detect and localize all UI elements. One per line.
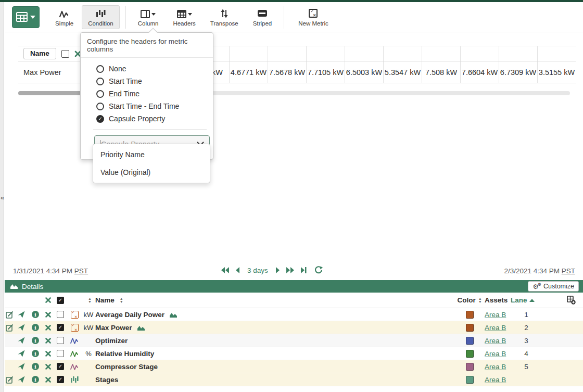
assets-column-label[interactable]: Assets	[485, 296, 508, 304]
info-icon[interactable]	[32, 350, 39, 357]
info-icon[interactable]	[32, 337, 39, 344]
rocket-icon[interactable]	[18, 324, 25, 331]
toolbar-column-button[interactable]: Column	[132, 5, 165, 29]
radio-icon[interactable]	[96, 90, 104, 98]
table-headers-icon	[177, 10, 186, 18]
remove-icon[interactable]	[45, 364, 51, 370]
timezone-link[interactable]: PST	[562, 267, 575, 275]
timezone-link[interactable]: PST	[74, 267, 88, 275]
metric-value-cell: 7.6604 kW	[460, 61, 499, 83]
collapse-panel-button[interactable]: «	[0, 194, 5, 201]
radio-icon[interactable]	[96, 103, 104, 110]
menu-item-priority-name[interactable]: Priority Name	[93, 146, 210, 163]
asset-link[interactable]: Area B	[485, 311, 506, 319]
select-all-checkbox[interactable]	[57, 297, 64, 304]
edit-icon[interactable]	[6, 376, 14, 384]
color-column-label[interactable]: Color	[457, 296, 475, 304]
lane-number: 2	[511, 324, 542, 332]
rocket-icon[interactable]	[18, 311, 25, 318]
color-swatch[interactable]	[466, 363, 474, 371]
toolbar-headers-label: Headers	[173, 20, 195, 27]
radio-option-start-time[interactable]: Start Time	[96, 75, 207, 87]
rocket-icon[interactable]	[18, 376, 25, 383]
sort-icon[interactable]	[120, 297, 123, 304]
lane-number: 4	[511, 350, 542, 358]
condition-icon	[70, 376, 79, 383]
color-swatch[interactable]	[466, 324, 474, 332]
table-grid-icon	[16, 12, 28, 22]
step-forward-much-icon[interactable]	[286, 267, 295, 274]
radio-icon[interactable]	[96, 78, 104, 85]
sort-icon[interactable]	[478, 297, 482, 304]
asset-link[interactable]: Area B	[485, 324, 506, 332]
toolbar-simple-button[interactable]: Simple	[49, 5, 80, 29]
customize-button[interactable]: Customize	[528, 281, 579, 292]
table-view-dropdown-button[interactable]	[12, 6, 40, 28]
info-icon[interactable]	[32, 324, 39, 331]
metric-column-header	[460, 46, 499, 61]
step-back-icon[interactable]	[235, 267, 240, 274]
radio-icon[interactable]	[96, 65, 104, 73]
asset-link[interactable]: Area B	[485, 363, 506, 371]
row-checkbox[interactable]	[57, 311, 64, 318]
lane-column-label[interactable]: Lane	[511, 296, 527, 304]
radio-option-capsule-property[interactable]: Capsule Property	[96, 112, 207, 125]
edit-icon[interactable]	[6, 324, 14, 332]
step-forward-icon[interactable]	[275, 267, 280, 274]
row-checkbox[interactable]	[57, 324, 64, 331]
menu-item-value-original[interactable]: Value (Original)	[93, 163, 210, 181]
chevron-down-icon	[30, 16, 35, 19]
name-column-label[interactable]: Name	[95, 296, 115, 304]
radio-option-end-time[interactable]: End Time	[96, 87, 207, 100]
color-swatch[interactable]	[466, 376, 474, 384]
asset-link[interactable]: Area B	[485, 376, 506, 384]
toolbar-column-label: Column	[138, 20, 159, 27]
info-icon[interactable]	[32, 363, 39, 370]
name-column-checkbox[interactable]	[61, 50, 69, 58]
toolbar-transpose-button[interactable]: Transpose	[204, 5, 245, 29]
add-column-icon[interactable]	[567, 296, 576, 305]
info-icon[interactable]	[32, 376, 39, 383]
toolbar-striped-button[interactable]: Striped	[247, 5, 278, 29]
detail-row-relative-humidity: % Relative Humidity Area B 4	[5, 347, 583, 360]
row-checkbox[interactable]	[57, 350, 64, 357]
remove-icon[interactable]	[45, 312, 51, 318]
remove-all-icon[interactable]	[45, 297, 51, 303]
asset-link[interactable]: Area B	[485, 350, 506, 358]
chevron-down-icon	[151, 13, 156, 16]
rocket-icon[interactable]	[18, 337, 25, 344]
step-to-end-icon[interactable]	[300, 267, 307, 274]
radio-option-none[interactable]: None	[96, 62, 207, 75]
row-checkbox[interactable]	[57, 337, 64, 344]
rocket-icon[interactable]	[18, 350, 25, 357]
step-back-much-icon[interactable]	[221, 267, 230, 274]
color-swatch[interactable]	[466, 350, 474, 358]
edit-icon[interactable]	[6, 311, 14, 319]
name-column-header-chip[interactable]: Name	[23, 48, 56, 59]
toolbar-condition-button[interactable]: Condition	[82, 5, 120, 29]
rocket-icon[interactable]	[18, 363, 25, 370]
row-checkbox[interactable]	[57, 363, 64, 370]
radio-option-start-end-time[interactable]: Start Time - End Time	[96, 100, 207, 112]
color-swatch[interactable]	[466, 337, 474, 345]
area-chart-icon[interactable]	[170, 312, 178, 318]
remove-icon[interactable]	[45, 377, 51, 383]
remove-icon[interactable]	[45, 325, 51, 331]
color-swatch[interactable]	[466, 311, 474, 319]
refresh-icon[interactable]	[314, 266, 323, 274]
range-navigation: 3 days	[221, 266, 323, 274]
sort-icon[interactable]	[88, 297, 92, 304]
signal-icon	[70, 337, 79, 344]
duration-label[interactable]: 3 days	[247, 267, 268, 274]
remove-icon[interactable]	[45, 351, 51, 357]
area-chart-icon[interactable]	[137, 325, 145, 331]
info-icon[interactable]	[32, 311, 39, 318]
toolbar-new-metric-button[interactable]: New Metric	[292, 5, 335, 29]
start-datetime: 1/31/2021 4:34 PM	[13, 267, 72, 275]
toolbar-headers-button[interactable]: Headers	[167, 5, 201, 29]
remove-icon[interactable]	[45, 338, 51, 344]
radio-checked-icon[interactable]	[96, 115, 104, 123]
row-checkbox[interactable]	[57, 376, 64, 383]
asset-link[interactable]: Area B	[485, 337, 506, 345]
metric-value-cell: 6.7309 kW	[499, 61, 537, 83]
